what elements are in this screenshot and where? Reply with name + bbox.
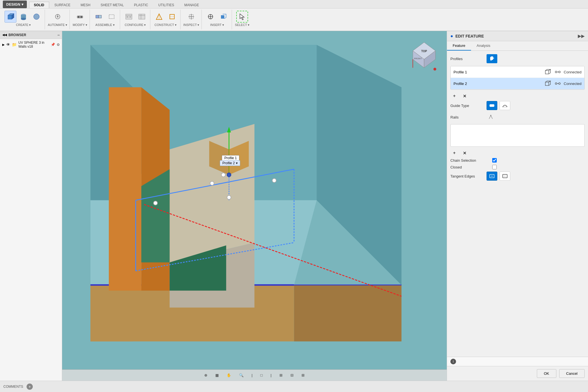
vp-transform-btn[interactable]: ⊕ xyxy=(202,372,210,378)
svg-point-80 xyxy=(559,83,560,84)
toolbar: DESIGN ▾ SOLID SURFACE MESH SHEET METAL … xyxy=(0,0,588,31)
assemble-btn1[interactable] xyxy=(93,11,105,23)
svg-point-61 xyxy=(210,181,214,185)
insert-label[interactable]: INSERT ▾ xyxy=(210,23,224,27)
comments-add-btn[interactable]: + xyxy=(27,384,33,390)
tab-manage[interactable]: MANAGE xyxy=(179,2,204,8)
browser-collapse-btn[interactable]: ◀◀ xyxy=(2,33,7,37)
rails-remove-btn[interactable]: ✕ xyxy=(461,149,468,157)
comments-label: COMMENTS xyxy=(3,385,23,389)
rails-field-row: Rails xyxy=(450,113,585,121)
construct-btn1[interactable] xyxy=(153,11,165,23)
svg-rect-18 xyxy=(127,16,128,17)
inspect-btn1[interactable] xyxy=(185,11,197,23)
browser-file-name: UV SPHERE 3 in Walls v18 xyxy=(18,41,48,49)
tab-solid[interactable]: SOLID xyxy=(29,2,49,8)
tab-sheet-metal[interactable]: SHEET METAL xyxy=(96,2,129,8)
tangent-edges-btn2[interactable] xyxy=(500,172,510,181)
browser-pin-icon[interactable]: 📌 xyxy=(51,43,55,47)
sphere-tool-btn[interactable] xyxy=(31,11,42,23)
browser-record-icon[interactable]: ⊙ xyxy=(57,43,60,47)
profile-row-1[interactable]: Profile 1 Connected xyxy=(451,66,584,78)
modify-btn[interactable] xyxy=(74,11,86,23)
cancel-button[interactable]: Cancel xyxy=(559,369,585,378)
box-tool-btn[interactable] xyxy=(5,11,16,23)
automate-label[interactable]: AUTOMATE ▾ xyxy=(48,23,67,27)
closed-checkbox[interactable] xyxy=(492,165,497,169)
rails-label: Rails xyxy=(450,115,484,119)
svg-text:TOP: TOP xyxy=(421,50,427,53)
panel-expand-btn[interactable]: ▶▶ xyxy=(578,33,585,39)
profiles-remove-btn[interactable]: ✕ xyxy=(461,92,468,100)
profile2-connect-icon xyxy=(555,80,561,87)
panel-title: EDIT FEATURE xyxy=(455,34,576,38)
profiles-select-btn[interactable] xyxy=(487,54,497,63)
vp-pan-btn[interactable]: ✋ xyxy=(224,372,233,378)
tab-mesh[interactable]: MESH xyxy=(76,2,95,8)
svg-rect-19 xyxy=(129,16,131,17)
tab-feature[interactable]: Feature xyxy=(447,41,471,51)
tab-row: DESIGN ▾ SOLID SURFACE MESH SHEET METAL … xyxy=(0,0,588,8)
chain-selection-checkbox[interactable] xyxy=(492,158,497,163)
select-btn[interactable] xyxy=(236,11,248,23)
svg-point-62 xyxy=(221,173,225,177)
construct-btn2[interactable] xyxy=(166,11,178,23)
tab-plastic[interactable]: PLASTIC xyxy=(129,2,153,8)
vp-display-btn[interactable]: □ xyxy=(258,372,265,378)
profiles-add-btn[interactable]: + xyxy=(450,92,458,100)
info-icon: i xyxy=(450,359,456,364)
guide-type-row: Guide Type xyxy=(450,101,585,110)
cylinder-tool-btn[interactable] xyxy=(18,11,29,23)
assemble-btn2[interactable] xyxy=(106,11,118,23)
vp-grid-btn[interactable]: ▦ xyxy=(213,372,221,378)
profile2-dropdown-arrow[interactable]: ▾ xyxy=(236,161,238,165)
design-button[interactable]: DESIGN ▾ xyxy=(3,1,27,8)
profile1-connect-icon xyxy=(555,69,561,75)
browser-minimize-btn[interactable]: – xyxy=(58,33,60,37)
insert-btn1[interactable] xyxy=(205,11,216,23)
viewport[interactable]: Profile 1 Profile 2 ▾ TOP FRONT xyxy=(62,31,447,381)
select-label[interactable]: SELECT ▾ xyxy=(235,23,249,27)
configure-btn1[interactable] xyxy=(123,11,135,23)
rails-add-btn[interactable]: + xyxy=(450,149,458,157)
create-icons xyxy=(5,11,42,23)
chain-selection-row: Chain Selection xyxy=(450,158,585,163)
guide-type-btn2[interactable] xyxy=(500,101,510,110)
ok-button[interactable]: OK xyxy=(537,369,556,378)
browser-visibility-icon[interactable]: 👁 xyxy=(6,42,10,47)
profile-row-2[interactable]: Profile 2 Connected xyxy=(451,78,584,89)
tab-utilities[interactable]: UTILITIES xyxy=(153,2,179,8)
vp-zoom-btn[interactable]: 🔍 xyxy=(237,372,246,378)
profiles-label: Profiles xyxy=(450,57,484,61)
tangent-edges-row: Tangent Edges xyxy=(450,172,585,181)
panel-footer: OK Cancel xyxy=(447,366,588,381)
tool-group-assemble: ASSEMBLE ▾ xyxy=(90,10,120,29)
svg-rect-20 xyxy=(139,14,145,19)
create-label[interactable]: CREATE ▾ xyxy=(16,23,31,27)
configure-btn2[interactable] xyxy=(136,11,148,23)
browser-expand-arrow[interactable]: ▶ xyxy=(2,43,5,47)
tab-surface[interactable]: SURFACE xyxy=(50,2,75,8)
tool-group-automate: AUTOMATE ▾ xyxy=(45,10,70,29)
tangent-edges-btn1[interactable] xyxy=(487,172,497,181)
tool-group-create: CREATE ▾ xyxy=(2,10,45,29)
scene-svg xyxy=(62,31,447,381)
configure-label[interactable]: CONFIGURE ▾ xyxy=(125,23,146,27)
svg-rect-78 xyxy=(545,82,549,86)
inspect-label[interactable]: INSPECT ▾ xyxy=(183,23,199,27)
construct-label[interactable]: CONSTRUCT ▾ xyxy=(155,23,177,27)
tab-analysis[interactable]: Analysis xyxy=(471,41,496,51)
profile2-label[interactable]: Profile 2 ▾ xyxy=(220,160,240,166)
vp-grid2-btn[interactable]: ⊞ xyxy=(277,372,285,378)
select-icons xyxy=(236,11,248,23)
nav-cube[interactable]: TOP FRONT xyxy=(407,37,441,71)
vp-tile-btn[interactable]: ⊟ xyxy=(288,372,296,378)
tool-group-insert: INSERT ▾ xyxy=(202,10,232,29)
guide-type-btn1[interactable] xyxy=(487,101,497,110)
insert-btn2[interactable] xyxy=(218,11,229,23)
profile1-row-label: Profile 1 xyxy=(454,70,541,74)
modify-label[interactable]: MODIFY ▾ xyxy=(73,23,87,27)
automate-btn[interactable] xyxy=(52,11,64,23)
vp-more-btn[interactable]: ⊞ xyxy=(299,372,307,378)
assemble-label[interactable]: ASSEMBLE ▾ xyxy=(96,23,115,27)
